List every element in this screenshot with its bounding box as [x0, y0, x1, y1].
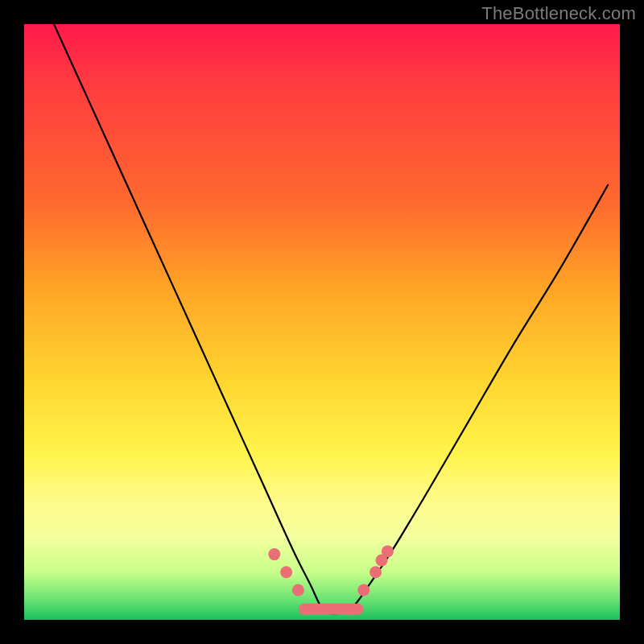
- bottleneck-curve: [54, 24, 608, 614]
- data-marker: [357, 584, 369, 597]
- data-marker: [268, 548, 280, 560]
- chart-overlay: [24, 24, 620, 620]
- markers-group: [268, 545, 394, 596]
- plot-area: [24, 24, 620, 620]
- chart-stage: TheBottleneck.com: [0, 0, 644, 644]
- data-marker: [280, 566, 292, 578]
- watermark-text: TheBottleneck.com: [481, 3, 636, 24]
- data-marker: [382, 545, 394, 557]
- data-marker: [369, 566, 382, 578]
- data-marker: [292, 584, 304, 597]
